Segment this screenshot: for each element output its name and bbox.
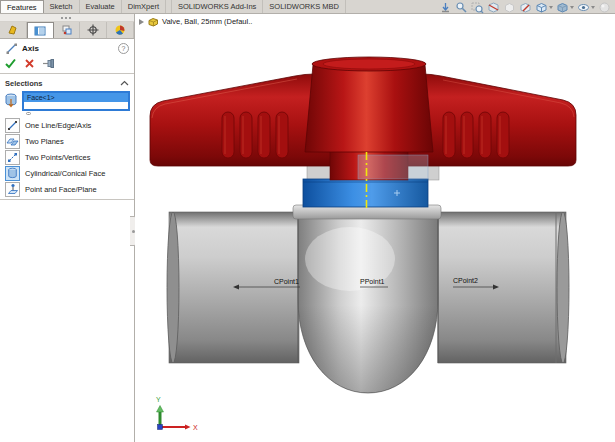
triad-x-label: X xyxy=(193,424,198,431)
option-two-planes[interactable]: Two Planes xyxy=(0,133,134,149)
pin-icon[interactable] xyxy=(42,58,56,69)
part-icon xyxy=(147,16,159,28)
option-point-and-face-plane[interactable]: Point and Face/Plane xyxy=(0,181,134,197)
view-orientation-dropdown-icon[interactable] xyxy=(549,6,553,9)
triad-y-label: Y xyxy=(156,396,161,403)
panel-title: Axis xyxy=(22,44,114,53)
display-style-dropdown-icon[interactable] xyxy=(570,6,574,9)
tab-solidworks-add-ins[interactable]: SOLIDWORKS Add-Ins xyxy=(171,0,263,13)
configuration-manager-icon xyxy=(60,23,74,37)
annotation-ppoint1[interactable]: PPoint1 xyxy=(360,278,385,285)
section-view-icon[interactable] xyxy=(487,1,500,14)
valve-ball-model[interactable]: Y X xyxy=(135,14,615,442)
tree-root-label[interactable]: Valve, Ball, 25mm (Defaul.. xyxy=(162,17,252,26)
option-one-line-edge-axis[interactable]: One Line/Edge/Axis xyxy=(0,117,134,133)
tab-solidworks-mbd[interactable]: SOLIDWORKS MBD xyxy=(263,0,346,13)
view-orientation-icon[interactable] xyxy=(535,1,553,14)
dimxpert-manager-tab[interactable] xyxy=(80,22,107,38)
feature-manager-tab[interactable] xyxy=(0,22,27,38)
selected-face-highlight xyxy=(358,155,428,179)
two-planes-icon xyxy=(6,135,19,147)
dynamic-annotation-views-icon[interactable] xyxy=(503,1,516,14)
configuration-manager-tab[interactable] xyxy=(54,22,81,38)
edit-appearance-icon[interactable] xyxy=(598,1,611,14)
selections-section-header[interactable]: Selections xyxy=(0,76,134,90)
property-manager-panel: Axis ? Selections Face<1> One Line/Edge/… xyxy=(0,14,135,442)
heads-up-view-toolbar xyxy=(439,1,611,14)
collapse-chevron-icon[interactable] xyxy=(120,80,129,86)
selected-face-item[interactable]: Face<1> xyxy=(24,93,128,102)
previous-view-icon[interactable] xyxy=(471,1,484,14)
feature-manager-icon xyxy=(6,23,20,37)
ok-button[interactable] xyxy=(4,57,17,69)
cancel-button[interactable] xyxy=(24,58,35,69)
axis-feature-icon xyxy=(5,42,18,55)
hide-show-items-icon[interactable] xyxy=(577,1,595,14)
zoom-to-fit-icon[interactable] xyxy=(439,1,452,14)
two-points-vertices-icon xyxy=(7,152,18,163)
panel-tab-bar xyxy=(0,22,134,39)
option-cylindrical-conical-face[interactable]: Cylindrical/Conical Face xyxy=(0,165,134,181)
reference-entities-icon xyxy=(3,91,20,109)
annotation-cpoint1[interactable]: CPoint1 xyxy=(274,278,299,285)
dimxpert-manager-icon xyxy=(86,23,100,37)
model-viewport[interactable]: Valve, Ball, 25mm (Defaul.. xyxy=(135,14,615,442)
panel-splitter-handle-top[interactable] xyxy=(0,14,134,22)
tree-expand-icon[interactable] xyxy=(139,19,144,25)
tab-features[interactable]: Features xyxy=(0,0,44,13)
tab-dimxpert[interactable]: DimXpert xyxy=(122,0,166,13)
point-and-face-plane-icon xyxy=(7,183,19,195)
property-manager-tab[interactable] xyxy=(27,22,54,38)
zoom-to-area-icon[interactable] xyxy=(455,1,468,14)
tab-sketch[interactable]: Sketch xyxy=(44,0,80,13)
display-manager-icon xyxy=(113,23,127,37)
option-two-points-vertices[interactable]: Two Points/Vertices xyxy=(0,149,134,165)
display-manager-tab[interactable] xyxy=(107,22,134,38)
annotation-cpoint2[interactable]: CPoint2 xyxy=(453,277,478,284)
property-manager-icon xyxy=(33,24,47,38)
orientation-triad: Y X xyxy=(156,396,198,431)
3d-drawing-view-icon[interactable] xyxy=(519,1,532,14)
display-style-icon[interactable] xyxy=(556,1,574,14)
valve-collar-ring[interactable] xyxy=(303,179,428,207)
hide-show-items-dropdown-icon[interactable] xyxy=(591,6,595,9)
selection-box-resize-grip[interactable] xyxy=(26,112,31,115)
selection-list-box[interactable]: Face<1> xyxy=(22,91,130,111)
flyout-feature-tree: Valve, Ball, 25mm (Defaul.. xyxy=(139,15,252,28)
cylindrical-conical-face-icon xyxy=(7,167,18,179)
help-icon[interactable]: ? xyxy=(118,43,129,54)
selections-header-label: Selections xyxy=(5,79,120,88)
tab-evaluate[interactable]: Evaluate xyxy=(80,0,122,13)
one-line-edge-axis-icon xyxy=(7,120,18,131)
